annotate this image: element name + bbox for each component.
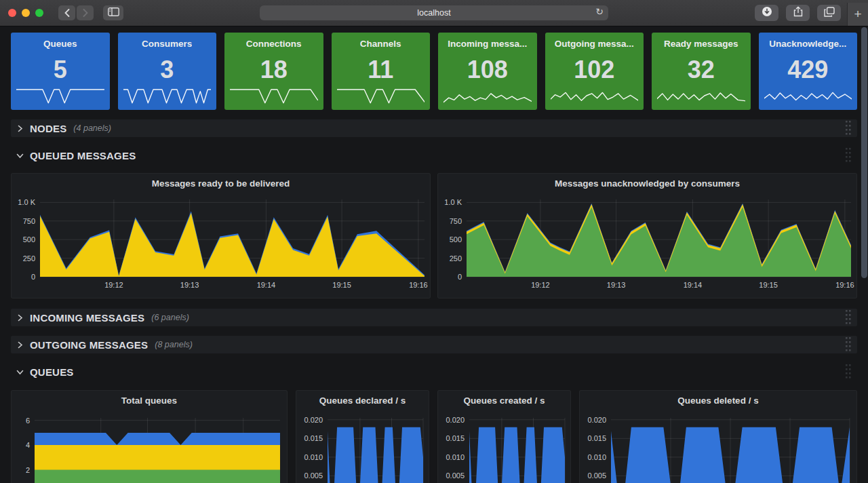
chevron-down-icon: [16, 368, 24, 376]
row-header-queues[interactable]: QUEUES: [11, 363, 857, 381]
row-header-queued-messages[interactable]: QUEUED MESSAGES: [11, 147, 857, 164]
stat-value: 102: [574, 58, 614, 82]
stat-title: Ready messages: [664, 39, 738, 49]
stat-value: 11: [368, 58, 393, 82]
row-panel-count: (4 panels): [73, 123, 111, 133]
grafana-dashboard: Queues 5 Consumers 3 Connections 18 Chan…: [0, 26, 868, 483]
row-title: OUTGOING MESSAGES: [30, 339, 148, 351]
row-header-nodes[interactable]: NODES (4 panels): [11, 119, 857, 137]
sidebar-toggle-button[interactable]: [103, 5, 123, 20]
plus-icon: +: [854, 7, 861, 22]
downloads-button[interactable]: [755, 5, 778, 21]
row-panel-count: (6 panels): [151, 313, 189, 322]
svg-text:4: 4: [26, 441, 30, 449]
panel-messages-ready: Messages ready to be delivered 1.0 K7505…: [11, 173, 431, 298]
stat-title: Queues: [43, 39, 77, 49]
stat-title: Outgoing messa...: [555, 39, 634, 49]
svg-text:19:15: 19:15: [759, 281, 778, 289]
svg-text:19:15: 19:15: [332, 281, 351, 289]
reload-icon[interactable]: ↻: [595, 6, 604, 17]
new-tab-button[interactable]: +: [847, 3, 868, 26]
drag-handle-icon[interactable]: [845, 336, 852, 353]
svg-text:2: 2: [26, 466, 30, 474]
panel-total-queues: Total queues 642: [11, 390, 288, 483]
stat-title: Unacknowledge...: [769, 39, 846, 49]
stat-value: 108: [467, 58, 508, 82]
chart-messages-ready: 1.0 K750500250019:1219:1319:1419:1519:16: [12, 174, 430, 298]
svg-text:250: 250: [23, 254, 35, 263]
back-button[interactable]: [58, 5, 75, 20]
svg-text:750: 750: [23, 217, 35, 225]
tab-overview-button[interactable]: [817, 5, 841, 21]
svg-text:0: 0: [458, 273, 462, 281]
svg-text:0.020: 0.020: [587, 416, 606, 424]
stat-panel-channels[interactable]: Channels 11: [332, 33, 431, 110]
row-header-incoming-messages[interactable]: INCOMING MESSAGES (6 panels): [11, 309, 857, 326]
stat-panel-ready-messages[interactable]: Ready messages 32: [652, 33, 751, 110]
row-panel-count: (8 panels): [155, 340, 193, 349]
stat-panel-row: Queues 5 Consumers 3 Connections 18 Chan…: [11, 33, 857, 110]
svg-text:0.010: 0.010: [304, 453, 323, 461]
drag-handle-icon[interactable]: [845, 147, 852, 163]
svg-text:0: 0: [31, 273, 35, 281]
row-title: QUEUED MESSAGES: [30, 150, 136, 161]
panel-queues-created: Queues created / s 0.0200.0150.0100.005: [437, 390, 571, 483]
svg-text:0.010: 0.010: [587, 453, 606, 461]
svg-text:0.010: 0.010: [446, 453, 465, 461]
stat-panel-queues[interactable]: Queues 5: [11, 33, 110, 110]
svg-text:0.015: 0.015: [446, 434, 465, 442]
stat-panel-incoming-messages[interactable]: Incoming messa... 108: [438, 33, 537, 110]
stat-panel-outgoing-messages[interactable]: Outgoing messa... 102: [545, 33, 644, 110]
stat-title: Channels: [360, 39, 401, 49]
svg-text:0.005: 0.005: [304, 471, 323, 480]
chevron-left-icon: [64, 9, 71, 17]
url-text: localhost: [417, 8, 450, 18]
chevron-right-icon: [16, 314, 24, 322]
chevron-down-icon: [16, 152, 24, 159]
svg-text:0.020: 0.020: [446, 416, 465, 424]
chart-total-queues: 642: [12, 391, 287, 483]
sparkline: [764, 85, 852, 107]
tabs-icon: [824, 7, 835, 20]
row-title: INCOMING MESSAGES: [30, 312, 144, 324]
stat-panel-consumers[interactable]: Consumers 3: [118, 33, 217, 110]
svg-text:6: 6: [26, 417, 30, 425]
stat-panel-unacknowledged[interactable]: Unacknowledge... 429: [759, 33, 858, 110]
svg-text:1.0 K: 1.0 K: [18, 198, 35, 206]
address-bar[interactable]: localhost ↻: [260, 5, 608, 20]
stat-panel-connections[interactable]: Connections 18: [224, 33, 323, 110]
sparkline: [551, 85, 639, 107]
share-button[interactable]: [786, 5, 810, 21]
stat-value: 5: [54, 58, 67, 82]
chevron-right-icon: [16, 125, 24, 132]
zoom-window-button[interactable]: [35, 9, 43, 17]
scrollbar-track[interactable]: [860, 26, 868, 483]
close-window-button[interactable]: [8, 9, 16, 17]
sparkline: [443, 85, 532, 107]
svg-text:0.015: 0.015: [587, 434, 606, 442]
svg-text:19:12: 19:12: [531, 281, 550, 289]
svg-text:0.005: 0.005: [446, 471, 465, 480]
row-header-outgoing-messages[interactable]: OUTGOING MESSAGES (8 panels): [11, 336, 857, 353]
sparkline: [16, 85, 104, 107]
row-title: QUEUES: [30, 366, 74, 378]
share-icon: [793, 6, 803, 20]
stat-value: 18: [260, 58, 288, 82]
drag-handle-icon[interactable]: [845, 309, 852, 326]
minimize-window-button[interactable]: [22, 9, 30, 17]
svg-text:0.005: 0.005: [587, 471, 606, 480]
forward-button[interactable]: [77, 5, 94, 20]
browser-toolbar: localhost ↻ +: [0, 0, 868, 26]
stat-value: 429: [787, 58, 828, 82]
stat-value: 32: [688, 58, 715, 82]
drag-handle-icon[interactable]: [845, 120, 852, 136]
scrollbar-thumb[interactable]: [861, 27, 867, 278]
svg-text:250: 250: [450, 254, 462, 263]
chart-messages-unacknowledged: 1.0 K750500250019:1219:1319:1419:1519:16: [438, 174, 856, 298]
svg-text:19:16: 19:16: [409, 281, 428, 289]
row-title: NODES: [30, 123, 66, 134]
chevron-right-icon: [16, 341, 24, 349]
chart-queues-created: 0.0200.0150.0100.005: [438, 391, 570, 483]
drag-handle-icon[interactable]: [845, 364, 852, 380]
sidebar-icon: [108, 7, 119, 19]
